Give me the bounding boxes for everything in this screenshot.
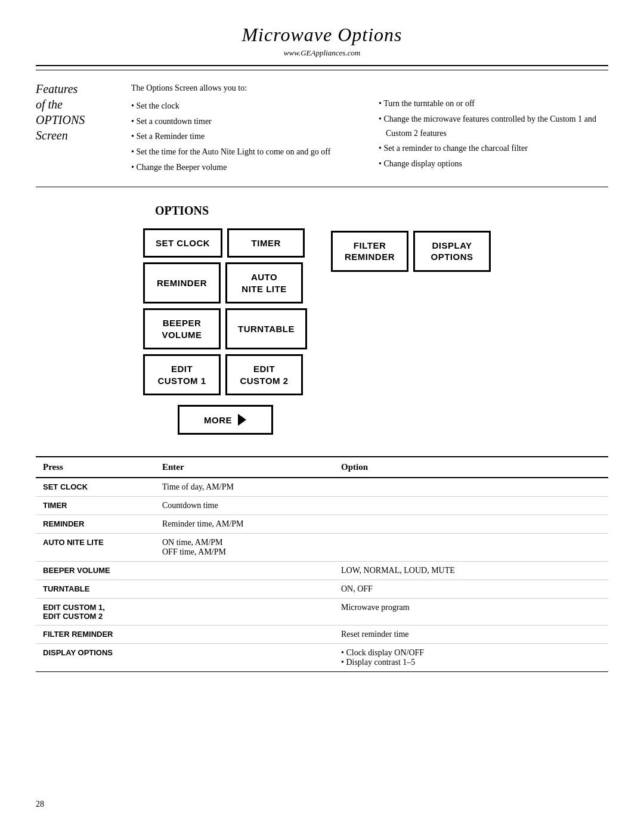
enter-timer: Countdown time [155,497,334,515]
enter-auto-nite-lite: ON time, AM/PMOFF time, AM/PM [155,534,334,562]
option-edit-custom: Microwave program [334,599,608,625]
press-beeper-volume: BEEPER VOLUME [36,562,155,580]
col-press-header: Press [36,457,155,478]
table-row: REMINDER Reminder time, AM/PM [36,515,608,534]
enter-edit-custom [155,599,334,625]
table-row: BEEPER VOLUME LOW, NORMAL, LOUD, MUTE [36,562,608,580]
edit-custom1-button[interactable]: EDIT CUSTOM 1 [143,354,221,395]
filter-reminder-button[interactable]: FILTER REMINDER [331,231,408,272]
header-divider [36,70,608,70]
col-option-header: Option [334,457,608,478]
buttons-row-4: EDIT CUSTOM 1 EDIT CUSTOM 2 [143,354,307,395]
features-col-left: The Options Screen allows you to: Set th… [131,81,361,176]
buttons-area: SET CLOCK TIMER REMINDER AUTO NITE LITE … [143,228,608,435]
turntable-button[interactable]: TURNTABLE [225,308,307,349]
feature-item: Turn the turntable on or off [379,97,608,111]
option-set-clock [334,478,608,497]
display-options-button[interactable]: DISPLAY OPTIONS [413,231,491,272]
feature-item: Set the time for the Auto Nite Light to … [131,145,361,159]
options-section: OPTIONS SET CLOCK TIMER REMINDER AUTO NI… [36,204,608,435]
buttons-row-2: REMINDER AUTO NITE LITE [143,262,307,304]
features-section: Features of the OPTIONS Screen The Optio… [36,81,608,187]
feature-item: Change display options [379,157,608,171]
option-display-options: • Clock display ON/OFF• Display contrast… [334,644,608,672]
page-url: www.GEAppliances.com [36,48,608,58]
enter-turntable [155,580,334,599]
enter-display-options [155,644,334,672]
feature-item: Set a countdown timer [131,114,361,129]
press-timer: TIMER [36,497,155,515]
enter-beeper-volume [155,562,334,580]
feature-item: Change the Beeper volume [131,160,361,175]
table-header: Press Enter Option [36,457,608,478]
option-timer [334,497,608,515]
feature-item: Set a reminder to change the charcoal fi… [379,141,608,156]
feature-item: Set a Reminder time [131,129,361,144]
press-filter-reminder: FILTER REMINDER [36,625,155,644]
enter-set-clock: Time of day, AM/PM [155,478,334,497]
press-auto-nite-lite: AUTO NITE LITE [36,534,155,562]
buttons-grid-left: SET CLOCK TIMER REMINDER AUTO NITE LITE … [143,228,307,435]
enter-filter-reminder [155,625,334,644]
buttons-row-1: SET CLOCK TIMER [143,228,307,258]
table-row: AUTO NITE LITE ON time, AM/PMOFF time, A… [36,534,608,562]
page-number: 28 [36,800,44,809]
option-beeper-volume: LOW, NORMAL, LOUD, MUTE [334,562,608,580]
enter-reminder: Reminder time, AM/PM [155,515,334,534]
buttons-row-3: BEEPER VOLUME TURNTABLE [143,308,307,349]
press-edit-custom: EDIT CUSTOM 1,EDIT CUSTOM 2 [36,599,155,625]
option-reminder [334,515,608,534]
table-row: SET CLOCK Time of day, AM/PM [36,478,608,497]
table-body: SET CLOCK Time of day, AM/PM TIMER Count… [36,478,608,671]
feature-item: Change the microwave features controlled… [379,112,608,141]
set-clock-button[interactable]: SET CLOCK [143,228,222,258]
feature-item: Set the clock [131,99,361,113]
features-content: The Options Screen allows you to: Set th… [131,81,608,176]
table-header-row: Press Enter Option [36,457,608,478]
beeper-volume-button[interactable]: BEEPER VOLUME [143,308,221,349]
chevron-right-icon [238,414,246,426]
press-reminder: REMINDER [36,515,155,534]
options-heading: OPTIONS [155,204,608,218]
timer-button[interactable]: TIMER [227,228,305,258]
press-display-options: DISPLAY OPTIONS [36,644,155,672]
table-row: TURNTABLE ON, OFF [36,580,608,599]
table-row: DISPLAY OPTIONS • Clock display ON/OFF• … [36,644,608,672]
features-col-right: Turn the turntable on or off Change the … [379,81,608,176]
buttons-grid-right: FILTER REMINDER DISPLAY OPTIONS [331,231,491,435]
page-title: Microwave Options [36,24,608,46]
more-label: MORE [204,415,232,425]
page-header: Microwave Options www.GEAppliances.com [36,24,608,66]
more-btn-container: MORE [143,405,307,435]
col-enter-header: Enter [155,457,334,478]
option-auto-nite-lite [334,534,608,562]
table-row: EDIT CUSTOM 1,EDIT CUSTOM 2 Microwave pr… [36,599,608,625]
press-set-clock: SET CLOCK [36,478,155,497]
options-table: Press Enter Option SET CLOCK Time of day… [36,457,608,671]
features-list-right: Turn the turntable on or off Change the … [379,97,608,171]
edit-custom2-button[interactable]: EDIT CUSTOM 2 [225,354,303,395]
table-row: TIMER Countdown time [36,497,608,515]
press-turntable: TURNTABLE [36,580,155,599]
features-intro: The Options Screen allows you to: [131,81,361,95]
reminder-button[interactable]: REMINDER [143,262,221,304]
more-button[interactable]: MORE [178,405,273,435]
option-turntable: ON, OFF [334,580,608,599]
features-list-left: Set the clock Set a countdown timer Set … [131,99,361,175]
auto-nite-lite-button[interactable]: AUTO NITE LITE [225,262,303,304]
table-row: FILTER REMINDER Reset reminder time [36,625,608,644]
table-section: Press Enter Option SET CLOCK Time of day… [36,456,608,672]
option-filter-reminder: Reset reminder time [334,625,608,644]
features-label: Features of the OPTIONS Screen [36,81,131,176]
buttons-row-right-1: FILTER REMINDER DISPLAY OPTIONS [331,231,491,272]
